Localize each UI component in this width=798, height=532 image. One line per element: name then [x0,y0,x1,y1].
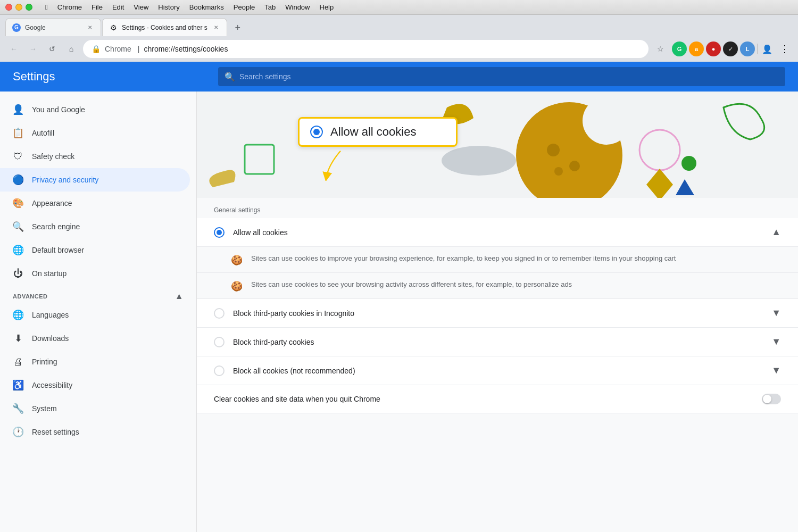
help-menu[interactable]: Help [320,3,334,11]
sidebar-label-default-browser: Default browser [32,246,84,254]
block-incognito-expand-icon[interactable]: ▼ [771,307,781,319]
address-input[interactable]: 🔒 Chrome | chrome://settings/cookies [83,40,649,58]
sidebar-item-appearance[interactable]: 🎨 Appearance [0,192,190,215]
sidebar-label-autofill: Autofill [32,129,54,137]
reload-button[interactable]: ↺ [45,41,60,56]
block-third-party-label: Block third-party cookies [233,338,771,346]
sub-desc-1: 🍪 Sites can use cookies to improve your … [197,247,798,273]
sub-desc-text-1: Sites can use cookies to improve your br… [251,253,676,264]
more-menu-icon[interactable]: ⋮ [777,41,792,56]
url-separator: | [138,45,140,53]
sidebar-item-languages[interactable]: 🌐 Languages [0,303,190,327]
block-incognito-option[interactable]: Block third-party cookies in Incognito ▼ [197,299,798,328]
extension-icons: G a ● ✓ L 👤 ⋮ [672,41,792,56]
illustration-svg [197,92,798,198]
svg-point-7 [639,130,680,170]
settings-tab-close[interactable]: ✕ [212,23,220,32]
advanced-section-label: Advanced ▲ [0,285,196,303]
block-all-expand-icon[interactable]: ▼ [771,365,781,376]
allow-all-expand-icon[interactable]: ▲ [771,227,781,238]
todoist-ext-icon[interactable]: ✓ [723,41,738,56]
sub-desc-2: 🍪 Sites can use cookies to see your brow… [197,273,798,299]
allow-all-cookies-label: Allow all cookies [233,228,771,237]
block-third-party-radio-button[interactable] [214,337,225,347]
new-tab-button[interactable]: + [230,20,245,35]
sidebar-item-downloads[interactable]: ⬇ Downloads [0,327,190,350]
maximize-button[interactable] [26,4,32,11]
sidebar-item-printing[interactable]: 🖨 Printing [0,350,190,373]
grammarly-ext-icon[interactable]: G [672,41,687,56]
allow-all-radio-button[interactable] [214,227,225,238]
block-incognito-radio-button[interactable] [214,308,225,319]
forward-button[interactable]: → [26,41,40,56]
svg-point-5 [569,161,580,171]
appearance-icon: 🎨 [13,198,23,209]
window-menu[interactable]: Window [285,3,310,11]
sidebar-item-on-startup[interactable]: ⏻ On startup [0,262,190,285]
person-icon: 👤 [13,104,23,115]
close-button[interactable] [5,4,12,11]
callout-label: Allow all cookies [330,125,416,139]
tab-menu[interactable]: Tab [264,3,276,11]
tab-google[interactable]: G Google ✕ [5,18,101,36]
advanced-collapse-button[interactable]: ▲ [175,292,184,301]
sidebar-item-you-google[interactable]: 👤 You and Google [0,98,190,121]
settings-tab-title: Settings - Cookies and other s [122,24,207,31]
apple-menu[interactable]:  [45,3,48,11]
clear-cookies-toggle-container: Clear cookies and site data when you qui… [197,385,798,413]
google-tab-close[interactable]: ✕ [86,23,94,32]
cookie-illustration [197,92,798,198]
sidebar-item-autofill[interactable]: 📋 Autofill [0,121,190,145]
home-button[interactable]: ⌂ [64,41,79,56]
window-controls [5,4,32,11]
minimize-button[interactable] [15,4,22,11]
sidebar-label-accessibility: Accessibility [32,381,72,389]
people-menu[interactable]: People [234,3,255,11]
allow-all-cookies-option[interactable]: Allow all cookies ▲ [197,218,798,247]
profile-icon[interactable]: 👤 [760,41,775,56]
sidebar-item-accessibility[interactable]: ♿ Accessibility [0,373,190,397]
lastpass-ext-icon[interactable]: ● [706,41,721,56]
svg-marker-10 [676,179,694,195]
tab-settings[interactable]: ⚙ Settings - Cookies and other s ✕ [102,18,227,36]
svg-marker-9 [646,169,673,198]
sidebar-item-search-engine[interactable]: 🔍 Search engine [0,215,190,238]
bookmark-icon[interactable]: ☆ [653,41,668,56]
search-bar[interactable]: 🔍 [218,67,785,86]
sidebar: 👤 You and Google 📋 Autofill 🛡 Safety che… [0,92,197,532]
edit-menu[interactable]: Edit [112,3,124,11]
block-third-party-option[interactable]: Block third-party cookies ▼ [197,328,798,356]
sidebar-label-reset-settings: Reset settings [32,428,79,436]
search-input[interactable] [239,72,779,81]
block-all-radio-button[interactable] [214,365,225,376]
sidebar-item-safety-check[interactable]: 🛡 Safety check [0,145,190,168]
callout-radio-indicator [310,126,323,138]
view-menu[interactable]: View [134,3,148,11]
amazon-ext-icon[interactable]: a [689,41,704,56]
callout-popup: Allow all cookies [298,117,458,147]
sidebar-item-system[interactable]: 🔧 System [0,397,190,420]
address-bar: ← → ↺ ⌂ 🔒 Chrome | chrome://settings/coo… [0,36,798,62]
search-icon: 🔍 [225,72,235,82]
sidebar-label-search-engine: Search engine [32,222,80,231]
settings-page-title: Settings [13,70,210,84]
clear-cookies-toggle[interactable] [762,394,781,404]
chrome-menu[interactable]: Chrome [57,3,82,11]
content-area: General settings Allow all cookies ▲ 🍪 S… [197,92,798,532]
history-menu[interactable]: History [158,3,179,11]
svg-point-0 [442,146,516,176]
sidebar-label-you-google: You and Google [32,105,85,114]
bookmarks-menu[interactable]: Bookmarks [189,3,224,11]
sidebar-item-reset-settings[interactable]: 🕐 Reset settings [0,420,190,444]
google-tab-title: Google [25,24,81,31]
back-button[interactable]: ← [6,41,21,56]
sidebar-item-default-browser[interactable]: 🌐 Default browser [0,238,190,262]
file-menu[interactable]: File [92,3,103,11]
other-ext-icon[interactable]: L [740,41,755,56]
printing-icon: 🖨 [13,356,23,367]
block-all-cookies-option[interactable]: Block all cookies (not recommended) ▼ [197,356,798,385]
sidebar-label-system: System [32,404,57,413]
block-third-party-expand-icon[interactable]: ▼ [771,336,781,347]
callout-arrow-svg [319,149,362,181]
sidebar-item-privacy-security[interactable]: 🔵 Privacy and security [0,168,190,192]
